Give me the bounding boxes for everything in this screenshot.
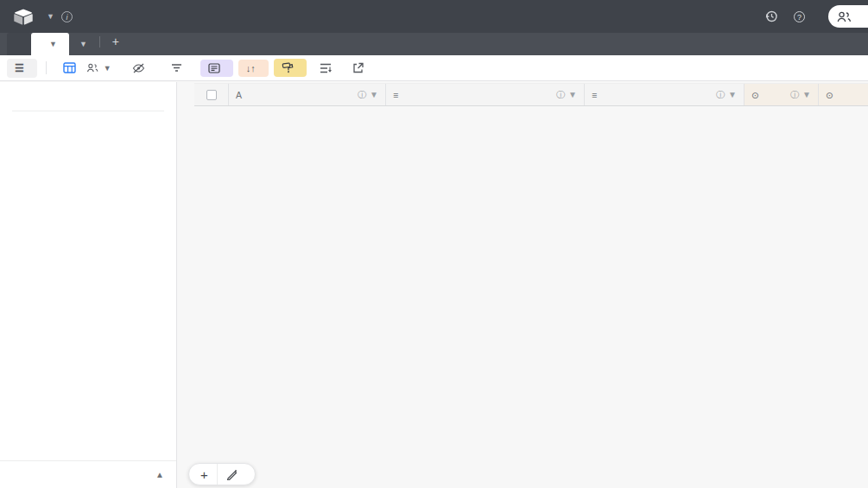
- add-menu-button[interactable]: [218, 469, 255, 480]
- field-chevron-down-icon[interactable]: ▼: [728, 90, 737, 99]
- field-chevron-down-icon[interactable]: ▼: [568, 90, 577, 99]
- long-text-field-icon: ≡: [393, 90, 398, 100]
- add-record-button[interactable]: +: [189, 464, 218, 485]
- select-field-icon: ⊙: [751, 90, 759, 100]
- question-icon: ?: [794, 11, 805, 22]
- airtable-logo-icon: [14, 9, 33, 25]
- group-button[interactable]: [200, 60, 233, 77]
- base-info-icon[interactable]: i: [61, 11, 73, 22]
- paint-icon: [282, 62, 294, 73]
- add-or-import-button[interactable]: +: [102, 35, 135, 54]
- filter-button[interactable]: [163, 60, 195, 76]
- find-view-input[interactable]: [19, 91, 158, 103]
- views-sidebar: ▲: [0, 82, 177, 488]
- field-info-icon[interactable]: ⓘ: [790, 89, 799, 101]
- filter-icon: [171, 63, 182, 73]
- field-chevron-down-icon[interactable]: ▼: [802, 90, 811, 99]
- column-header-status[interactable]: ⊙: [819, 84, 868, 105]
- views-button[interactable]: ☰: [7, 59, 37, 78]
- base-title-chevron-down-icon[interactable]: ▼: [47, 12, 54, 21]
- color-button[interactable]: [274, 59, 307, 77]
- tab-tasks-chevron-down-icon[interactable]: ▼: [49, 40, 57, 48]
- tab-projects[interactable]: [7, 33, 31, 55]
- select-all-checkbox[interactable]: [206, 90, 217, 100]
- field-chevron-down-icon[interactable]: ▼: [370, 90, 378, 99]
- chevron-up-icon: ▲: [155, 470, 164, 479]
- airtable-app: ▼ i ? ▼ ▼ + ☰: [0, 0, 868, 488]
- history-icon[interactable]: [764, 10, 778, 23]
- people-icon: [837, 11, 851, 22]
- column-header-priority[interactable]: ⊙ ⓘ▼: [744, 84, 819, 105]
- view-chevron-down-icon: ▼: [104, 64, 111, 73]
- toolbar-divider: [46, 61, 47, 74]
- field-info-icon[interactable]: ⓘ: [716, 89, 725, 101]
- tab-divider: [99, 36, 100, 48]
- magic-pen-icon: [226, 469, 238, 480]
- grid-view-icon: [63, 62, 76, 73]
- row-height-button[interactable]: [312, 60, 339, 77]
- help-button[interactable]: ?: [794, 11, 809, 22]
- current-view-button[interactable]: ▼: [55, 59, 119, 77]
- create-view-button[interactable]: ▲: [0, 460, 176, 488]
- grid-view: A ⓘ▼ ≡ ⓘ▼ ≡ ⓘ▼ ⊙ ⓘ▼ ⊙: [177, 82, 868, 488]
- row-height-icon: [320, 63, 332, 73]
- text-field-icon: A: [236, 90, 242, 100]
- column-header-remarks-url[interactable]: ≡ ⓘ▼: [585, 84, 744, 105]
- select-field-icon: ⊙: [826, 90, 833, 100]
- plus-icon: +: [112, 35, 119, 48]
- field-info-icon[interactable]: ⓘ: [556, 89, 565, 101]
- table-tab-bar: ▼ ▼ +: [0, 33, 868, 55]
- sort-button[interactable]: ↓↑: [238, 60, 269, 77]
- share-button[interactable]: [828, 5, 868, 28]
- view-search: [12, 91, 164, 111]
- field-info-icon[interactable]: ⓘ: [358, 89, 366, 101]
- group-icon: [208, 63, 220, 73]
- footer-add-control: +: [188, 463, 256, 485]
- column-header-purpose-details[interactable]: ≡ ⓘ▼: [386, 84, 585, 105]
- top-bar: ▼ i ?: [0, 0, 868, 33]
- select-all-cell: [194, 84, 229, 105]
- view-toolbar: ☰ ▼ ↓↑: [0, 55, 868, 81]
- hamburger-icon: ☰: [15, 62, 24, 74]
- table-header-row: A ⓘ▼ ≡ ⓘ▼ ≡ ⓘ▼ ⊙ ⓘ▼ ⊙: [194, 83, 868, 106]
- column-header-task-name[interactable]: A ⓘ▼: [229, 84, 386, 105]
- sort-arrows-icon: ↓↑: [246, 63, 256, 73]
- tables-chevron-down-icon[interactable]: ▼: [69, 40, 98, 48]
- hide-fields-button[interactable]: [124, 60, 158, 77]
- share-sync-button[interactable]: [345, 59, 377, 77]
- tab-tasks[interactable]: ▼: [31, 33, 69, 55]
- collaborators-icon: [86, 63, 98, 73]
- external-link-icon: [352, 62, 364, 73]
- long-text-field-icon: ≡: [592, 90, 597, 100]
- hide-eye-icon: [132, 63, 145, 73]
